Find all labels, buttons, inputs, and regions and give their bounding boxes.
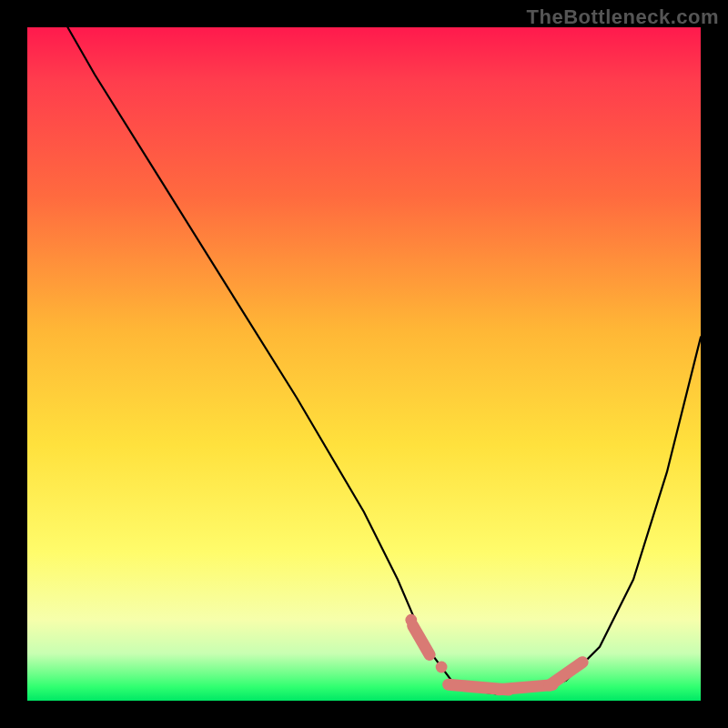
valley-marker	[413, 625, 430, 654]
curve-layer	[27, 27, 701, 701]
chart-frame: TheBottleneck.com	[0, 0, 728, 728]
valley-marker	[550, 662, 582, 685]
bottleneck-curve	[67, 27, 701, 694]
plot-area	[27, 27, 701, 701]
watermark-text: TheBottleneck.com	[527, 5, 719, 29]
valley-marker	[436, 662, 448, 673]
